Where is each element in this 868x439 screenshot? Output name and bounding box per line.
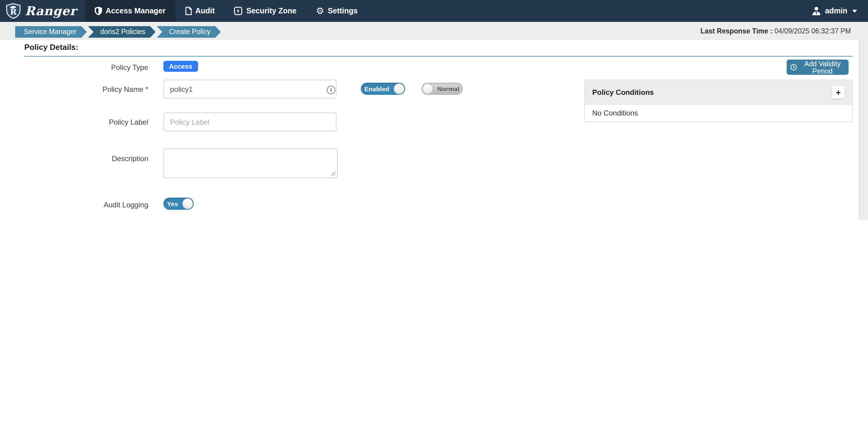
policy-name-input[interactable] [163,80,337,98]
user-avatar-icon [811,6,821,16]
user-menu[interactable]: admin [811,0,868,22]
policy-label-label: Policy Label [24,118,148,126]
audit-logging-value: Yes [163,200,182,207]
add-validity-period-label: Add Validity Period [800,60,845,75]
policy-type-label: Policy Type [24,63,148,72]
policy-conditions-panel: Policy Conditions + No Conditions [584,80,853,122]
top-navbar: R Ranger Access Manager Audit [0,0,868,22]
info-icon: i [327,86,335,94]
policy-type-badge: Access [163,61,198,72]
normal-toggle-label: Normal [434,85,463,92]
gear-icon: ⚙ [316,6,324,16]
nav-item-audit[interactable]: Audit [175,0,224,22]
nav-label: Audit [195,7,215,15]
breadcrumb-doris2-policies[interactable]: doris2 Policies [88,26,155,38]
nav-label: Settings [328,7,358,15]
brand-name: Ranger [25,4,76,18]
nav-label: Security Zone [246,7,297,15]
toggle-knob [394,83,405,94]
audit-logging-toggle[interactable]: Yes [163,198,194,210]
last-response-value: 04/09/2025 06:32:37 PM [774,27,851,35]
description-label: Description [24,154,148,163]
ranger-brand[interactable]: R Ranger [0,0,85,22]
no-conditions-text: No Conditions [592,109,638,117]
toggle-knob [422,83,433,94]
last-response-time: Last Response Time : 04/09/2025 06:32:37… [700,27,851,35]
resize-grip-icon[interactable] [330,170,336,176]
nav-item-security-zone[interactable]: Security Zone [224,0,306,22]
policy-conditions-header: Policy Conditions + [584,80,853,105]
policy-name-label: Policy Name * [24,85,148,94]
bolt-square-icon [234,7,243,15]
chevron-down-icon [852,9,857,12]
ranger-create-policy-page: R Ranger Access Manager Audit [0,0,868,220]
breadcrumb-band: Service Manager doris2 Policies Create P… [0,22,868,40]
svg-text:R: R [10,7,17,17]
policy-label-input[interactable] [163,113,337,131]
breadcrumb-create-policy[interactable]: Create Policy [157,26,221,38]
nav-item-settings[interactable]: ⚙ Settings [306,0,368,22]
policy-normal-override-toggle[interactable]: Normal [422,83,463,95]
nav-menu: Access Manager Audit Security Zone ⚙ Set… [85,0,368,22]
vertical-scrollbar[interactable] [859,40,868,220]
nav-label: Access Manager [106,7,165,15]
clock-icon [790,64,797,70]
add-validity-period-button[interactable]: Add Validity Period [786,60,848,75]
policy-enabled-toggle[interactable]: Enabled [361,83,405,95]
breadcrumb-service-manager[interactable]: Service Manager [15,26,87,38]
policy-details-heading: Policy Details: [24,42,853,57]
policy-conditions-title: Policy Conditions [592,88,654,96]
shield-icon [95,7,102,15]
enabled-toggle-label: Enabled [361,85,393,92]
last-response-label: Last Response Time : [700,27,772,35]
nav-item-access-manager[interactable]: Access Manager [85,0,175,22]
toggle-knob [182,198,193,209]
policy-conditions-body: No Conditions [584,105,853,122]
audit-logging-label: Audit Logging [24,201,148,209]
breadcrumb: Service Manager doris2 Policies Create P… [15,26,222,38]
file-icon [185,7,192,15]
add-policy-condition-button[interactable]: + [832,85,845,99]
description-textarea[interactable] [163,148,338,178]
username: admin [825,7,847,15]
ranger-shield-logo-icon: R [6,3,21,19]
